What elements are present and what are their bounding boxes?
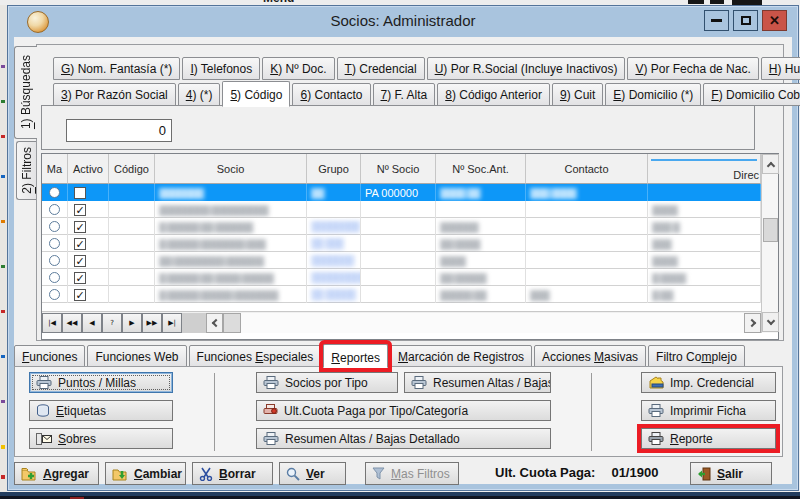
cambiar-button[interactable]: Cambiar <box>105 462 186 485</box>
table-row[interactable]: ✓▓▓▓▓▓▓▓▓ ▓▓▓▓▓▓▓▓▓▓▓▓▓ <box>42 201 761 218</box>
row-radio[interactable] <box>49 289 60 300</box>
tab-nom-fantasia[interactable]: G) Nom. Fantasía (*) <box>53 57 180 80</box>
h-scrollbar-thumb[interactable] <box>223 313 241 333</box>
tab-cuit[interactable]: 9) Cuit <box>552 83 603 106</box>
ult-cuota-tipo-categoria-button[interactable]: Ult.Cuota Paga por Tipo/Categoría <box>256 400 551 421</box>
h-scrollbar-track-left[interactable] <box>182 313 206 333</box>
tab-domicilio[interactable]: E) Domicilio (*) <box>605 83 701 106</box>
maximize-button[interactable] <box>733 10 758 31</box>
tab-huella-dactilar[interactable]: H) Huella Dactilar <box>761 57 800 80</box>
minimize-button[interactable] <box>704 10 729 31</box>
magnifier-icon <box>286 467 300 481</box>
mas-filtros-button[interactable]: Mas Filtros <box>365 462 459 485</box>
table-row[interactable]: ✓▓ ▓▓▓▓▓ ▓▓▓▓▓ ▓▓▓▓▓▓▓▒▒ ▒▒▒▒▒▓▓▓▓▓ ▓▓▓▓… <box>42 286 761 303</box>
column-header-grupo[interactable]: Grupo <box>307 154 361 184</box>
resumen-altas-bajas-button[interactable]: Resumen Altas / Bajas <box>404 372 551 393</box>
grid-nav-button[interactable]: ? <box>102 313 122 333</box>
tab-filtro-complejo[interactable]: Filtro Complejo <box>648 345 745 367</box>
etiquetas-button[interactable]: Etiquetas <box>29 400 173 421</box>
grid-nav-button[interactable]: ◀◀ <box>62 313 82 333</box>
h-scroll-right-button[interactable] <box>744 313 761 333</box>
v-scrollbar[interactable] <box>761 154 778 333</box>
imp-credencial-button[interactable]: Imp. Credencial <box>641 372 776 393</box>
cell-direc: ▓ ▓▓▓▓ <box>648 269 761 286</box>
tab-telefonos[interactable]: I) Telefonos <box>182 57 260 80</box>
tab-por-fecha-nac[interactable]: V) Por Fecha de Nac. <box>627 57 758 80</box>
column-header-socio[interactable]: Socio <box>155 154 307 184</box>
tab-asterisco[interactable]: 4) (*) <box>178 83 221 106</box>
table-row[interactable]: ✓▓ ▓▓▓▓▓ ▓▓ ▓▓▓▓ ▓▓▓▓▓▒▒▒▒▒▒▒▒▒▓▓ ▓▓▓▓▓▓… <box>42 269 761 286</box>
tab-f-alta[interactable]: 7) F. Alta <box>373 83 436 106</box>
cell-direc: ▓▓▓ <box>648 235 761 252</box>
row-checkbox[interactable] <box>74 187 86 199</box>
tab-contacto[interactable]: 6) Contacto <box>292 83 370 106</box>
grid-nav-button[interactable]: ▶▶ <box>142 313 162 333</box>
grid-nav-button[interactable]: ▶| <box>162 313 182 333</box>
socios-por-tipo-button[interactable]: Socios por Tipo <box>256 372 398 393</box>
etiquetas-label: Etiquetas <box>56 404 106 418</box>
tab-por-razon-social[interactable]: 3) Por Razón Social <box>53 83 176 106</box>
titlebar[interactable]: Socios: Administrador ✕ <box>9 7 797 37</box>
grid-nav-button[interactable]: ◀ <box>82 313 102 333</box>
h-scroll-left-button[interactable] <box>206 313 223 333</box>
tab-credencial[interactable]: T) Credencial <box>337 57 425 80</box>
mas-filtros-label: Mas Filtros <box>391 467 450 481</box>
row-checkbox[interactable]: ✓ <box>74 238 86 250</box>
v-scroll-down-button[interactable] <box>762 312 779 332</box>
side-tab-busquedas[interactable]: 1) Búsquedas <box>14 46 37 139</box>
row-radio[interactable] <box>49 204 60 215</box>
tab-num-doc[interactable]: K) Nº Doc. <box>262 57 334 80</box>
borrar-button[interactable]: Borrar <box>192 462 273 485</box>
h-scrollbar-track[interactable] <box>241 313 744 333</box>
tab-reportes[interactable]: Reportes <box>323 344 388 368</box>
grid-nav-button[interactable]: ▶ <box>122 313 142 333</box>
row-radio[interactable] <box>49 272 60 283</box>
row-checkbox[interactable]: ✓ <box>74 272 86 284</box>
column-header-contacto[interactable]: Contacto <box>526 154 648 184</box>
tab-acciones-masivas[interactable]: Acciones Masivas <box>534 345 646 367</box>
salir-button[interactable]: Salir <box>690 462 772 485</box>
reporte-button[interactable]: Reporte <box>641 428 776 449</box>
agregar-button[interactable]: Agregar <box>14 462 99 485</box>
ult-cuota-value: 01/1900 <box>611 465 658 480</box>
tab-marcacion-registros[interactable]: Marcación de Registros <box>390 345 532 367</box>
tab-domicilio-cob[interactable]: F) Domicilio Cob. <box>703 83 800 106</box>
close-button[interactable]: ✕ <box>762 10 787 31</box>
row-checkbox[interactable]: ✓ <box>74 204 86 216</box>
tab-codigo[interactable]: 5) Código <box>222 81 290 107</box>
codigo-search-input[interactable] <box>66 119 172 142</box>
resumen-detallado-button[interactable]: Resumen Altas / Bajas Detallado <box>256 428 551 449</box>
tab-codigo-anterior[interactable]: 8) Código Anterior <box>437 83 550 106</box>
v-scrollbar-thumb[interactable] <box>763 218 778 242</box>
column-header-direc[interactable]: Direc <box>648 154 761 184</box>
row-radio[interactable] <box>49 221 60 232</box>
column-header-activo[interactable]: Activo <box>68 154 109 184</box>
grid-nav-button[interactable]: |◀ <box>42 313 62 333</box>
ver-button[interactable]: Ver <box>279 462 346 485</box>
column-header-codigo[interactable]: Código <box>109 154 155 184</box>
row-radio[interactable] <box>49 238 60 249</box>
table-row[interactable]: ▓▓▓▓▓▓▓▓▓PA 000000▓▓▓▓ ▓▓▓▓▓ ▓▓▓▓ <box>42 184 761 201</box>
side-tab-filtros[interactable]: 2) Filtros <box>16 141 37 200</box>
column-header-ma[interactable]: Ma <box>42 154 68 184</box>
tab-por-rsocial-inactivos[interactable]: U) Por R.Social (Incluye Inactivos) <box>427 57 626 80</box>
row-radio[interactable] <box>49 187 60 198</box>
puntos-millas-button[interactable]: Puntos / Millas <box>29 372 173 393</box>
row-radio[interactable] <box>49 255 60 266</box>
row-checkbox[interactable]: ✓ <box>74 221 86 233</box>
tab-funciones[interactable]: Funciones <box>14 345 85 367</box>
table-row[interactable]: ✓▓ ▓▓▓▓▓ ▓▓ ▓▓▓▓▓▓▒▒▒▒▒▒▒▒▓▓▓▓▓▓▓▓▓ ▓ <box>42 218 761 235</box>
table-row[interactable]: ✓▓▓ ▓▓▓▓▓▓▓▓ ▓▓▓▓▓▓▒▒▒▒▒▒▒▓▓▓▓▓▓▓▓ <box>42 252 761 269</box>
tab-funciones-especiales[interactable]: Funciones Especiales <box>189 345 322 367</box>
imprimir-ficha-button[interactable]: Imprimir Ficha <box>641 400 776 421</box>
row-checkbox[interactable]: ✓ <box>74 289 86 301</box>
v-scroll-up-button[interactable] <box>762 154 779 174</box>
imprimir-ficha-label: Imprimir Ficha <box>670 404 746 418</box>
sobres-button[interactable]: Sobres <box>29 428 173 449</box>
table-row[interactable]: ✓▓ ▓▓▓▓▓ ▓▓▓▓▓▓▓ ▓▓▓▒▒ ▒▒▒▓▓ ▓▓▓▓▓▓▓ <box>42 235 761 252</box>
row-checkbox[interactable]: ✓ <box>74 255 86 267</box>
column-header-nsocant[interactable]: Nº Soc.Ant. <box>436 154 526 184</box>
grid-navigator: |◀◀◀◀?▶▶▶▶| <box>42 311 761 333</box>
column-header-nsocio[interactable]: Nº Socio <box>361 154 436 184</box>
tab-funciones-web[interactable]: Funciones Web <box>87 345 186 367</box>
